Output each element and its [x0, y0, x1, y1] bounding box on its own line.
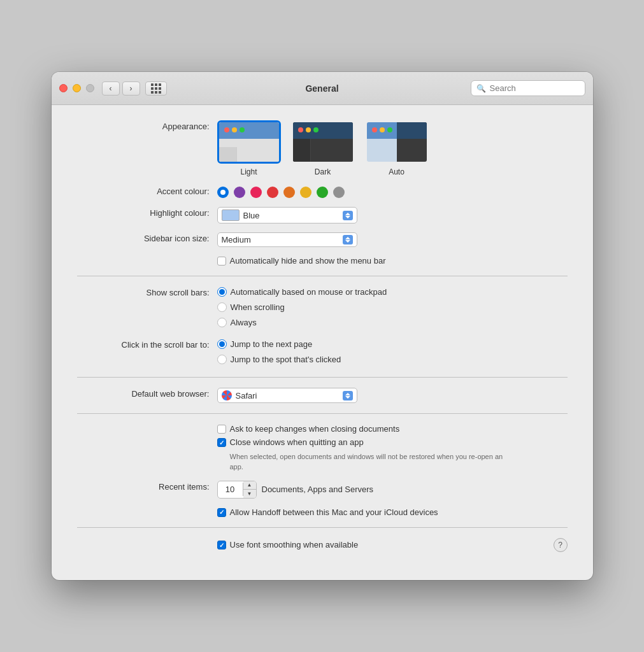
help-button[interactable]: ? [554, 538, 568, 552]
scroll-click-spot-row: Jump to the spot that's clicked [217, 354, 341, 364]
scroll-bars-always-radio[interactable] [217, 318, 227, 327]
stepper-up[interactable]: ▲ [243, 481, 256, 490]
appearance-dark[interactable]: Dark [291, 120, 355, 176]
separator-3 [77, 413, 568, 414]
scroll-click-control: Jump to the next page Jump to the spot t… [217, 339, 568, 367]
sidebar-icon-size-value: Medium [222, 235, 339, 244]
scroll-bars-label: Show scroll bars: [77, 287, 217, 297]
separator-4 [77, 527, 568, 528]
highlight-colour-swatch [222, 209, 240, 221]
menu-bar-checkbox-row: Automatically hide and show the menu bar [217, 256, 386, 266]
search-box[interactable]: 🔍 [471, 80, 585, 96]
menu-bar-row: Automatically hide and show the menu bar [77, 256, 568, 266]
accent-blue[interactable] [217, 187, 229, 198]
sidebar-icon-size-row: Sidebar icon size: Medium [77, 232, 568, 247]
appearance-auto-thumb [365, 120, 429, 164]
accent-gray[interactable] [333, 187, 345, 198]
appearance-row: Appearance: [77, 120, 568, 176]
sidebar-icon-size-chevron [343, 235, 353, 244]
handoff-checkbox[interactable] [217, 508, 226, 517]
scroll-click-next-row: Jump to the next page [217, 339, 313, 349]
font-smoothing-row: Use font smoothing when available ? [77, 538, 568, 552]
close-button[interactable] [59, 84, 68, 92]
scroll-click-next-radio[interactable] [217, 339, 227, 349]
sidebar-icon-size-control: Medium [217, 232, 568, 247]
menu-bar-checkbox[interactable] [217, 257, 226, 266]
appearance-options: Light [217, 120, 429, 176]
separator-2 [77, 377, 568, 378]
stepper-down[interactable]: ▼ [243, 490, 256, 498]
maximize-button[interactable] [86, 84, 94, 92]
highlight-colour-value: Blue [222, 209, 339, 221]
scroll-bars-scrolling-radio[interactable] [217, 302, 227, 312]
scroll-bars-auto-radio[interactable] [217, 287, 227, 297]
search-icon: 🔍 [476, 84, 486, 93]
appearance-auto[interactable]: Auto [365, 120, 429, 176]
chevron-up-icon [345, 213, 350, 215]
ask-keep-checkbox-row: Ask to keep changes when closing documen… [217, 424, 400, 434]
scroll-bars-auto-label: Automatically based on mouse or trackpad [231, 287, 387, 297]
font-smoothing-checkbox[interactable] [217, 541, 226, 549]
handoff-label [77, 507, 217, 509]
accent-options [217, 185, 345, 198]
appearance-dark-label: Dark [315, 167, 331, 176]
grid-button[interactable] [145, 82, 167, 96]
accent-orange[interactable] [283, 187, 295, 198]
grid-icon [151, 83, 161, 94]
scroll-click-spot-label: Jump to the spot that's clicked [231, 355, 341, 364]
menu-bar-control: Automatically hide and show the menu bar [217, 256, 568, 266]
stepper-arrows: ▲ ▼ [243, 481, 256, 498]
ask-keep-checkbox[interactable] [217, 425, 226, 434]
accent-red[interactable] [267, 187, 278, 198]
ask-keep-row: Ask to keep changes when closing documen… [77, 424, 568, 472]
sidebar-icon-size-select[interactable]: Medium [217, 232, 357, 247]
scroll-click-spot-radio[interactable] [217, 355, 227, 364]
recent-items-control: 10 ▲ ▼ Documents, Apps and Servers [217, 481, 568, 499]
font-smoothing-checkbox-row: Use font smoothing when available [217, 540, 550, 549]
recent-items-row: Recent items: 10 ▲ ▼ Documents, Apps and… [77, 481, 568, 499]
handoff-control: Allow Handoff between this Mac and your … [217, 507, 568, 517]
accent-colour-label: Accent colour: [77, 185, 217, 196]
default-browser-control: Safari [217, 388, 568, 403]
scroll-bars-scrolling-label: When scrolling [231, 302, 285, 312]
default-browser-label: Default web browser: [77, 388, 217, 399]
highlight-colour-select[interactable]: Blue [217, 207, 357, 223]
scroll-click-row: Click in the scroll bar to: Jump to the … [77, 339, 568, 367]
chevron-up-icon [345, 393, 350, 395]
minimize-button[interactable] [73, 84, 81, 92]
appearance-dark-thumb [291, 120, 355, 164]
scroll-bars-auto-row: Automatically based on mouse or trackpad [217, 287, 387, 297]
handoff-row: Allow Handoff between this Mac and your … [77, 507, 568, 517]
scroll-click-next-label: Jump to the next page [231, 339, 313, 349]
close-windows-checkbox[interactable] [217, 438, 226, 447]
settings-content: Appearance: [52, 105, 593, 580]
font-smoothing-control: Use font smoothing when available ? [217, 538, 568, 552]
back-button[interactable]: ‹ [102, 82, 120, 96]
search-input[interactable] [490, 83, 580, 93]
ask-keep-checkbox-label: Ask to keep changes when closing documen… [230, 424, 400, 434]
handoff-checkbox-label: Allow Handoff between this Mac and your … [230, 507, 438, 517]
scroll-click-label: Click in the scroll bar to: [77, 339, 217, 350]
main-window: ‹ › General 🔍 Appearance: [52, 72, 593, 580]
chevron-up-icon [345, 237, 350, 239]
forward-button[interactable]: › [122, 82, 140, 96]
default-browser-select[interactable]: Safari [217, 388, 357, 403]
accent-pink[interactable] [250, 187, 262, 198]
ask-keep-control: Ask to keep changes when closing documen… [217, 424, 568, 472]
appearance-control: Light [217, 120, 568, 176]
menu-bar-label [77, 256, 217, 257]
nav-buttons: ‹ › [102, 82, 140, 96]
appearance-label: Appearance: [77, 120, 217, 131]
default-browser-value: Safari [222, 390, 339, 400]
handoff-checkbox-row: Allow Handoff between this Mac and your … [217, 507, 438, 517]
accent-purple[interactable] [234, 187, 245, 198]
accent-green[interactable] [317, 187, 328, 198]
recent-items-label: Recent items: [77, 481, 217, 492]
accent-yellow[interactable] [300, 187, 311, 198]
scroll-bars-always-label: Always [231, 318, 257, 327]
scroll-bars-control: Automatically based on mouse or trackpad… [217, 287, 568, 330]
appearance-auto-label: Auto [389, 167, 404, 176]
scroll-bars-always-row: Always [217, 317, 257, 327]
recent-items-stepper[interactable]: 10 ▲ ▼ [217, 481, 257, 499]
appearance-light[interactable]: Light [217, 120, 281, 176]
